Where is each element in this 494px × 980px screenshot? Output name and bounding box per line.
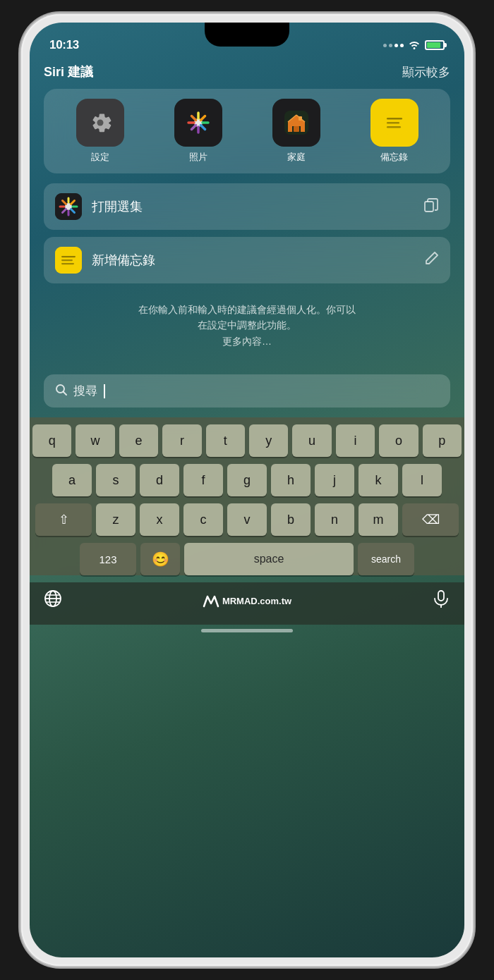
key-u[interactable]: u xyxy=(292,424,331,457)
key-delete[interactable]: ⌫ xyxy=(402,503,459,536)
key-z[interactable]: z xyxy=(96,503,135,536)
keyboard: q w e r t y u i o p a s d f g h j k xyxy=(30,417,464,575)
siri-header: Siri 建議 顯示較多 xyxy=(44,63,450,80)
battery-icon xyxy=(425,40,445,50)
phone-screen: 10:13 Siri 建議 顯示較多 xyxy=(30,23,464,957)
key-y[interactable]: y xyxy=(249,424,288,457)
keyboard-row-1: q w e r t y u i o p xyxy=(32,424,462,457)
siri-more-button[interactable]: 顯示較多 xyxy=(402,64,450,80)
siri-title: Siri 建議 xyxy=(44,63,93,80)
svg-rect-6 xyxy=(387,118,402,120)
key-m[interactable]: m xyxy=(359,503,398,536)
key-l[interactable]: l xyxy=(402,464,442,496)
key-x[interactable]: x xyxy=(140,503,179,536)
key-i[interactable]: i xyxy=(336,424,375,457)
battery-fill xyxy=(427,42,440,48)
dot4 xyxy=(400,44,404,47)
key-j[interactable]: j xyxy=(315,464,354,496)
key-a[interactable]: a xyxy=(52,464,92,496)
key-n[interactable]: n xyxy=(315,503,354,536)
key-search[interactable]: search xyxy=(358,543,414,575)
svg-rect-13 xyxy=(61,256,76,257)
shortcut-notes[interactable]: 新增備忘錄 xyxy=(44,237,450,283)
keyboard-row-2: a s d f g h j k l xyxy=(32,464,462,496)
app-item-settings[interactable]: 設定 xyxy=(76,99,124,164)
bottom-bar: MRMAD.com.tw xyxy=(30,582,464,625)
key-e[interactable]: e xyxy=(119,424,158,457)
photos-app-icon xyxy=(174,99,222,147)
status-time: 10:13 xyxy=(49,38,79,52)
svg-rect-4 xyxy=(299,116,302,121)
key-shift[interactable]: ⇧ xyxy=(35,503,92,536)
dot2 xyxy=(389,44,392,47)
key-s[interactable]: s xyxy=(96,464,135,496)
shortcut-photos-icon xyxy=(55,193,82,220)
keyboard-row-4: 123 😊 space search xyxy=(32,543,462,575)
wifi-icon xyxy=(408,39,421,51)
shortcut-notes-icon xyxy=(55,247,82,274)
siri-apps-grid: 設定 xyxy=(44,89,450,173)
shortcut-notes-label: 新增備忘錄 xyxy=(92,252,414,269)
signal-dots xyxy=(383,44,404,47)
key-v[interactable]: v xyxy=(227,503,267,536)
shortcut-photos[interactable]: 打開選集 xyxy=(44,183,450,230)
phone-frame: 10:13 Siri 建議 顯示較多 xyxy=(21,14,473,966)
microphone-icon[interactable] xyxy=(432,589,450,612)
key-f[interactable]: f xyxy=(183,464,223,496)
key-h[interactable]: h xyxy=(271,464,311,496)
svg-rect-11 xyxy=(425,202,433,212)
search-bar[interactable]: 搜尋 xyxy=(44,374,450,408)
notch xyxy=(205,23,289,47)
keyboard-row-3: ⇧ z x c v b n m ⌫ xyxy=(32,503,462,536)
home-app-icon xyxy=(272,99,320,147)
dot3 xyxy=(394,44,398,47)
key-r[interactable]: r xyxy=(162,424,201,457)
search-bar-container: 搜尋 xyxy=(30,374,464,408)
svg-rect-8 xyxy=(387,126,401,128)
app-item-photos[interactable]: 照片 xyxy=(174,99,222,164)
svg-point-0 xyxy=(97,120,103,126)
key-p[interactable]: p xyxy=(423,424,462,457)
content-area: Siri 建議 顯示較多 設定 xyxy=(30,58,464,360)
key-space[interactable]: space xyxy=(184,543,354,575)
key-c[interactable]: c xyxy=(183,503,223,536)
key-123[interactable]: 123 xyxy=(80,543,136,575)
svg-rect-15 xyxy=(61,263,74,264)
key-q[interactable]: q xyxy=(32,424,71,457)
key-b[interactable]: b xyxy=(271,503,311,536)
search-icon xyxy=(55,384,68,399)
svg-rect-7 xyxy=(387,122,399,124)
settings-app-icon xyxy=(76,99,124,147)
key-emoji[interactable]: 😊 xyxy=(140,543,180,575)
svg-rect-14 xyxy=(61,259,73,261)
app-item-notes[interactable]: 備忘錄 xyxy=(370,99,418,164)
globe-icon[interactable] xyxy=(44,589,62,612)
key-o[interactable]: o xyxy=(379,424,418,457)
settings-label: 設定 xyxy=(91,151,109,164)
notes-app-icon xyxy=(370,99,418,147)
key-d[interactable]: d xyxy=(140,464,179,496)
svg-rect-3 xyxy=(294,126,299,132)
dot1 xyxy=(383,44,387,47)
key-t[interactable]: t xyxy=(206,424,245,457)
brand-name: MRMAD.com.tw xyxy=(222,596,291,606)
search-cursor xyxy=(104,384,105,398)
home-indicator xyxy=(201,629,293,632)
notes-label: 備忘錄 xyxy=(380,151,408,164)
status-icons xyxy=(383,39,445,51)
brand-logo: MRMAD.com.tw xyxy=(203,594,291,608)
info-text: 在你輸入前和輸入時的建議會經過個人化。你可以 在設定中調整此功能。 更多內容… xyxy=(44,290,450,360)
photos-label: 照片 xyxy=(189,151,207,164)
home-label: 家庭 xyxy=(287,151,306,164)
edit-icon xyxy=(423,251,439,270)
search-placeholder: 搜尋 xyxy=(73,383,97,399)
copy-icon xyxy=(423,197,439,216)
key-g[interactable]: g xyxy=(227,464,267,496)
app-item-home[interactable]: 家庭 xyxy=(272,99,320,164)
key-k[interactable]: k xyxy=(359,464,398,496)
key-w[interactable]: w xyxy=(76,424,114,457)
info-text-content: 在你輸入前和輸入時的建議會經過個人化。你可以 在設定中調整此功能。 更多內容… xyxy=(138,304,356,347)
svg-rect-19 xyxy=(438,591,444,601)
shortcut-photos-label: 打開選集 xyxy=(92,198,414,215)
